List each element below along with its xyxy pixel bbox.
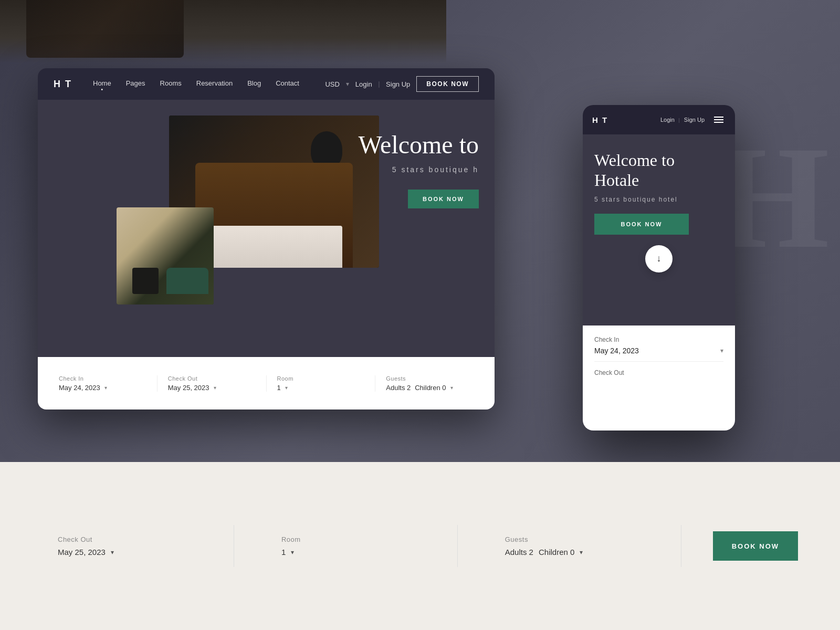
table-decoration xyxy=(132,268,159,294)
room-field: Room 1 ▾ xyxy=(267,375,376,392)
mobile-menu-button[interactable] xyxy=(712,114,726,125)
nav-pages[interactable]: Pages xyxy=(126,79,145,89)
bottom-checkout-arrow: ▾ xyxy=(111,549,114,556)
checkout-value[interactable]: May 25, 2023 ▾ xyxy=(168,384,256,392)
mobile-login[interactable]: Login xyxy=(660,117,675,123)
hero-subtitle: 5 stars boutique h xyxy=(359,165,479,174)
guests-value[interactable]: Adults 2 Children 0 ▾ xyxy=(386,384,474,392)
checkin-arrow: ▾ xyxy=(104,385,107,391)
mobile-logo: H T xyxy=(592,116,660,124)
mobile-title: Welcome to Hotale xyxy=(594,150,723,191)
mobile-book-now-button[interactable]: BOOK NOW xyxy=(594,214,689,235)
bottom-guests-value[interactable]: Adults 2 Children 0 ▾ xyxy=(505,548,665,556)
bottom-room-label: Room xyxy=(281,536,442,543)
mobile-navbar: H T Login | Sign Up xyxy=(583,105,735,134)
hero-small-image xyxy=(117,207,214,304)
bg-lamp-decoration xyxy=(26,0,184,58)
checkout-field: Check Out May 25, 2023 ▾ xyxy=(158,375,267,392)
room-arrow: ▾ xyxy=(285,385,288,391)
mobile-scroll-down-button[interactable]: ↓ xyxy=(645,245,673,272)
checkout-arrow: ▾ xyxy=(214,385,216,391)
nav-signup[interactable]: Sign Up xyxy=(386,80,410,88)
mobile-checkin-value[interactable]: May 24, 2023 ▾ xyxy=(594,346,723,362)
checkin-field: Check In May 24, 2023 ▾ xyxy=(48,375,158,392)
checkin-value[interactable]: May 24, 2023 ▾ xyxy=(59,384,146,392)
hero-text-section: Welcome to 5 stars boutique h BOOK NOW xyxy=(359,131,479,208)
room-value[interactable]: 1 ▾ xyxy=(277,384,365,392)
nav-links: Home Pages Rooms Reservation Blog Contac… xyxy=(93,79,325,89)
bottom-guests-field: Guests Adults 2 Children 0 ▾ xyxy=(489,525,681,567)
bottom-checkout-field: Check Out May 25, 2023 ▾ xyxy=(42,525,234,567)
mobile-title-line1: Welcome to xyxy=(594,151,675,170)
menu-line-1 xyxy=(714,117,723,118)
currency-selector[interactable]: USD xyxy=(325,80,339,88)
guests-arrow: ▾ xyxy=(450,385,453,391)
nav-login[interactable]: Login xyxy=(355,80,372,88)
nav-contact[interactable]: Contact xyxy=(276,79,299,89)
nav-right-section: USD ▾ Login | Sign Up BOOK NOW xyxy=(325,76,479,92)
hero-book-now-button[interactable]: BOOK NOW xyxy=(408,190,479,208)
desktop-logo: H T xyxy=(54,79,72,90)
mobile-subtitle: 5 stars boutique hotel xyxy=(594,196,723,203)
mobile-divider: | xyxy=(679,117,680,123)
bottom-guests-arrow: ▾ xyxy=(580,549,583,556)
bottom-room-field: Room 1 ▾ xyxy=(266,525,458,567)
bottom-room-value[interactable]: 1 ▾ xyxy=(281,548,442,556)
menu-line-3 xyxy=(714,122,723,123)
hero-small-image-content xyxy=(117,207,214,304)
mobile-title-line2: Hotale xyxy=(594,171,639,190)
checkout-label: Check Out xyxy=(168,375,256,382)
nav-blog[interactable]: Blog xyxy=(247,79,261,89)
nav-divider1: ▾ xyxy=(346,80,349,88)
hero-title: Welcome to xyxy=(359,131,479,159)
desktop-card: H T Home Pages Rooms Reservation Blog Co… xyxy=(38,68,495,410)
nav-reservation[interactable]: Reservation xyxy=(196,79,233,89)
nav-home[interactable]: Home xyxy=(93,79,111,89)
background-top-image xyxy=(0,0,446,63)
bottom-booking-bar: Check Out May 25, 2023 ▾ Room 1 ▾ Guests… xyxy=(0,462,840,630)
mobile-checkout-label: Check Out xyxy=(594,369,723,376)
bottom-book-now-button[interactable]: BOOK NOW xyxy=(713,531,798,561)
bottom-checkout-value[interactable]: May 25, 2023 ▾ xyxy=(58,548,218,556)
nav-rooms[interactable]: Rooms xyxy=(160,79,182,89)
bottom-bar-inner: Check Out May 25, 2023 ▾ Room 1 ▾ Guests… xyxy=(0,525,840,567)
mobile-hero-section: Welcome to Hotale 5 stars boutique hotel… xyxy=(583,134,735,293)
scroll-down-icon: ↓ xyxy=(657,253,662,264)
mobile-signup[interactable]: Sign Up xyxy=(684,117,705,123)
sofa-decoration xyxy=(166,268,208,294)
bed-headboard xyxy=(195,163,353,268)
desktop-hero: Welcome to 5 stars boutique h BOOK NOW xyxy=(38,100,495,362)
mobile-checkin-label: Check In xyxy=(594,336,723,343)
nav-divider2: | xyxy=(379,80,380,88)
guests-field: Guests Adults 2 Children 0 ▾ xyxy=(375,375,484,392)
room-label: Room xyxy=(277,375,365,382)
bottom-guests-label: Guests xyxy=(505,536,665,543)
bed-sheets xyxy=(206,226,342,268)
guests-label: Guests xyxy=(386,375,474,382)
mobile-checkin-arrow: ▾ xyxy=(720,347,723,354)
desktop-book-now-button[interactable]: BOOK NOW xyxy=(416,76,479,92)
desktop-navbar: H T Home Pages Rooms Reservation Blog Co… xyxy=(38,68,495,100)
mobile-card: H T Login | Sign Up Welcome to Hotale 5 … xyxy=(583,105,735,430)
mobile-booking-section: Check In May 24, 2023 ▾ Check Out xyxy=(583,326,735,430)
desktop-booking-bar: Check In May 24, 2023 ▾ Check Out May 25… xyxy=(38,357,495,410)
menu-line-2 xyxy=(714,119,723,120)
bottom-checkout-label: Check Out xyxy=(58,536,218,543)
hero-images xyxy=(117,116,390,304)
bottom-room-arrow: ▾ xyxy=(291,549,294,556)
checkin-label: Check In xyxy=(59,375,146,382)
mobile-nav-right: Login | Sign Up xyxy=(660,114,726,125)
